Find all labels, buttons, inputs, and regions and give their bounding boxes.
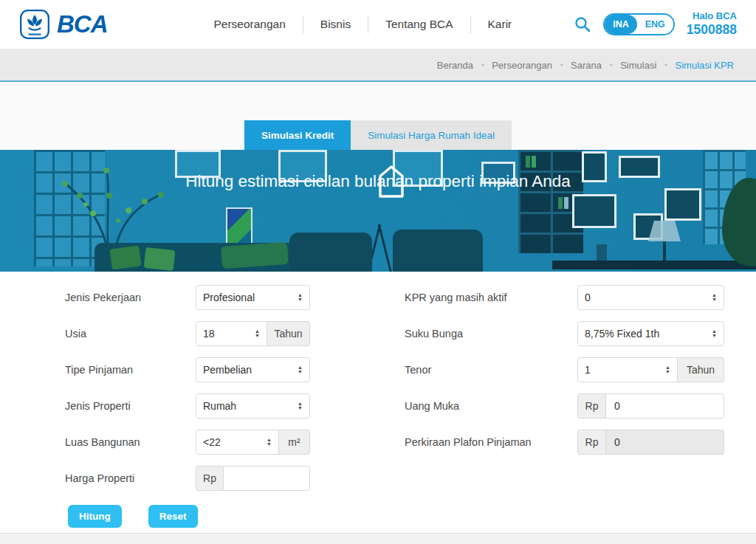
usia-stepper[interactable]: 18 ▲▼ [196,321,267,346]
language-toggle: INA ENG [603,13,675,35]
nav-tentang-bca[interactable]: Tentang BCA [368,12,470,37]
unit-addon: Tahun [678,357,724,382]
field-label: Suku Bunga [405,328,577,340]
form-row: Jenis Properti Rumah ▲▼ [65,393,340,419]
currency-prefix: Rp [577,430,605,455]
simulation-tabs: Simulasi Kredit Simulasi Harga Rumah Ide… [0,120,756,150]
uang-muka-input[interactable]: 0 [605,393,724,419]
contact-phone: 1500888 [687,22,737,38]
select-value: Pembelian [203,364,252,376]
field-label: Jenis Pekerjaan [65,292,196,303]
field-label: Usia [65,328,196,340]
breadcrumb-simulasi-kpr: Simulasi KPR [676,60,734,71]
field-label: Jenis Properti [65,400,196,412]
select-arrows-icon: ▲▼ [298,293,303,302]
reset-button[interactable]: Reset [148,505,198,528]
breadcrumb-sarana[interactable]: Sarana [571,60,602,71]
tab-simulasi-kredit[interactable]: Simulasi Kredit [244,120,351,150]
header-right: INA ENG Halo BCA 1500888 [574,10,737,38]
form-row: Perkiraan Plafon Pinjaman Rp 0 [405,430,756,455]
lang-eng-button[interactable]: ENG [637,15,673,34]
unit-addon: Tahun [267,321,310,346]
lang-ina-button[interactable]: INA [605,15,637,34]
halo-bca-contact[interactable]: Halo BCA 1500888 [687,10,737,38]
breadcrumb-separator-icon: ▪ [664,61,667,69]
kpr-simulation-form: Jenis Pekerjaan Profesional ▲▼ Usia 18 ▲… [0,272,756,528]
breadcrumb-simulasi[interactable]: Simulasi [620,60,656,71]
form-row: KPR yang masih aktif 0 ▲▼ [405,285,756,310]
plafon-pinjaman-output: 0 [605,430,724,455]
bca-logo-icon [19,9,50,40]
breadcrumb-separator-icon: ▪ [560,61,563,69]
header: BCA Perseorangan Bisnis Tentang BCA Kari… [0,0,756,49]
hero-banner: Hitung estimasi cicilan bulanan properti… [0,150,756,272]
content-spacer [0,82,756,120]
harga-properti-input[interactable] [223,466,310,491]
select-arrows-icon: ▲▼ [298,365,303,374]
contact-label: Halo BCA [687,10,737,22]
select-arrows-icon: ▲▼ [712,293,717,302]
form-row: Tenor 1 ▲▼ Tahun [405,357,756,382]
nav-bisnis[interactable]: Bisnis [303,12,368,37]
breadcrumb-separator-icon: ▪ [610,61,612,69]
breadcrumb-separator-icon: ▪ [481,61,484,69]
bca-logo[interactable]: BCA [19,9,108,40]
stepper-arrows-icon: ▲▼ [255,329,260,338]
select-value: Rumah [203,400,236,412]
currency-prefix: Rp [196,466,223,491]
jenis-properti-select[interactable]: Rumah ▲▼ [196,393,310,419]
form-row: Jenis Pekerjaan Profesional ▲▼ [65,285,340,310]
select-value: 8,75% Fixed 1th [585,328,659,340]
field-label: Tipe Pinjaman [65,364,196,376]
select-arrows-icon: ▲▼ [712,329,717,338]
breadcrumb-beranda[interactable]: Beranda [437,60,473,71]
stepper-arrows-icon: ▲▼ [665,365,670,374]
field-label: Uang Muka [405,400,577,412]
form-row: Uang Muka Rp 0 [405,393,756,419]
nav-karir[interactable]: Karir [471,12,529,37]
luas-bangunan-select[interactable]: <22 ▲▼ [196,430,279,455]
field-label: Harga Properti [65,472,196,484]
currency-prefix: Rp [577,393,605,419]
breadcrumb-perseorangan[interactable]: Perseorangan [492,60,552,71]
field-label: Tenor [405,364,577,376]
hitung-button[interactable]: Hitung [68,505,122,528]
bca-logo-text: BCA [57,10,108,38]
search-icon[interactable] [574,16,591,33]
nav-perseorangan[interactable]: Perseorangan [196,12,302,37]
form-row: Luas Bangunan <22 ▲▼ m² [65,430,340,455]
form-row: Tipe Pinjaman Pembelian ▲▼ [65,357,340,382]
main-nav: Perseorangan Bisnis Tentang BCA Karir [152,12,529,37]
stepper-value: 18 [203,328,215,340]
select-value: 0 [585,292,591,303]
unit-addon: m² [279,430,310,455]
field-label: KPR yang masih aktif [405,292,577,303]
tipe-pinjaman-select[interactable]: Pembelian ▲▼ [196,357,310,382]
field-label: Luas Bangunan [65,436,196,448]
form-row: Suku Bunga 8,75% Fixed 1th ▲▼ [405,321,756,346]
kpr-aktif-select[interactable]: 0 ▲▼ [577,285,724,310]
footer-strip [0,533,756,544]
jenis-pekerjaan-select[interactable]: Profesional ▲▼ [196,285,310,310]
select-value: Profesional [203,292,255,303]
hero-title: Hitung estimasi cicilan bulanan properti… [185,172,571,191]
breadcrumb: Beranda ▪ Perseorangan ▪ Sarana ▪ Simula… [0,49,756,82]
tenor-stepper[interactable]: 1 ▲▼ [577,357,678,382]
form-row: Usia 18 ▲▼ Tahun [65,321,340,346]
field-label: Perkiraan Plafon Pinjaman [405,436,577,448]
select-value: <22 [203,436,221,448]
form-row: Harga Properti Rp [65,466,340,491]
suku-bunga-select[interactable]: 8,75% Fixed 1th ▲▼ [577,321,724,346]
stepper-value: 1 [585,364,591,376]
select-arrows-icon: ▲▼ [267,438,272,447]
tab-simulasi-harga-rumah-ideal[interactable]: Simulasi Harga Rumah Ideal [351,120,512,150]
form-actions: Hitung Reset [0,502,756,528]
select-arrows-icon: ▲▼ [298,402,303,410]
